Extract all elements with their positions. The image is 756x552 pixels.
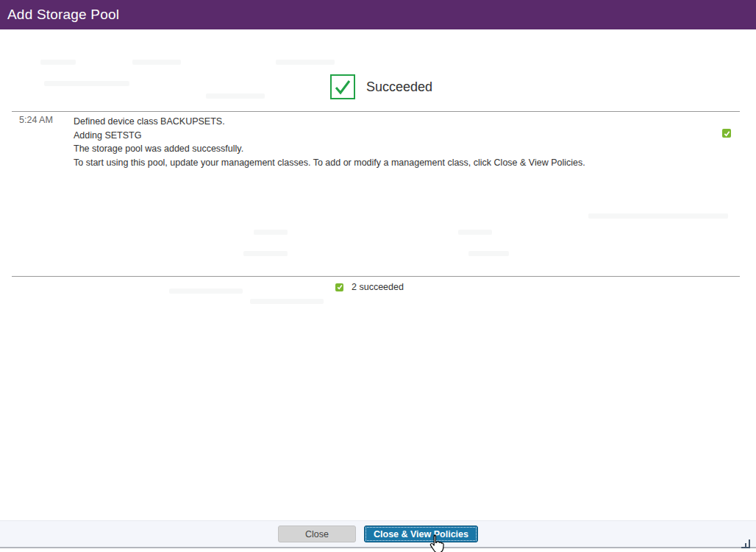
- ghost-artifact: [169, 289, 243, 294]
- success-check-icon: [330, 74, 355, 99]
- summary-label: 2 succeeded: [352, 282, 404, 292]
- log-entry-status: [722, 129, 731, 138]
- ghost-artifact: [250, 299, 324, 304]
- check-icon: [337, 284, 343, 290]
- ghost-artifact: [254, 230, 288, 235]
- dialog-footer: Close Close & View Policies: [0, 520, 756, 548]
- log-message: Adding SETSTG: [74, 129, 706, 143]
- dialog-titlebar: Add Storage Pool: [0, 0, 756, 29]
- ghost-artifact: [468, 251, 509, 256]
- close-button[interactable]: Close: [278, 526, 356, 542]
- summary-divider: [12, 276, 740, 277]
- ghost-artifact: [276, 60, 335, 65]
- ghost-artifact: [588, 213, 728, 219]
- status-label: Succeeded: [366, 79, 432, 95]
- status-banner: Succeeded: [330, 74, 432, 99]
- log-message: To start using this pool, update your ma…: [74, 156, 706, 170]
- log-entry-time: 5:24 AM: [19, 115, 65, 125]
- log-entry-messages: Defined device class BACKUPSETS. Adding …: [74, 115, 706, 170]
- success-check-icon: [335, 283, 343, 291]
- close-and-view-policies-button[interactable]: Close & View Policies: [364, 526, 478, 542]
- resize-grip-icon[interactable]: [740, 538, 752, 552]
- log-message: Defined device class BACKUPSETS.: [74, 115, 706, 129]
- summary-row: 2 succeeded: [335, 282, 404, 292]
- check-icon: [333, 77, 352, 96]
- success-check-icon: [722, 129, 731, 138]
- check-icon: [724, 130, 730, 137]
- ghost-artifact: [243, 251, 288, 256]
- ghost-artifact: [206, 93, 265, 99]
- log-top-divider: [12, 111, 740, 112]
- ghost-artifact: [132, 60, 181, 65]
- dialog-title: Add Storage Pool: [7, 7, 119, 23]
- ghost-artifact: [40, 60, 76, 65]
- log-message: The storage pool was added successfully.: [74, 142, 706, 156]
- ghost-artifact: [458, 230, 492, 235]
- ghost-artifact: [44, 81, 129, 86]
